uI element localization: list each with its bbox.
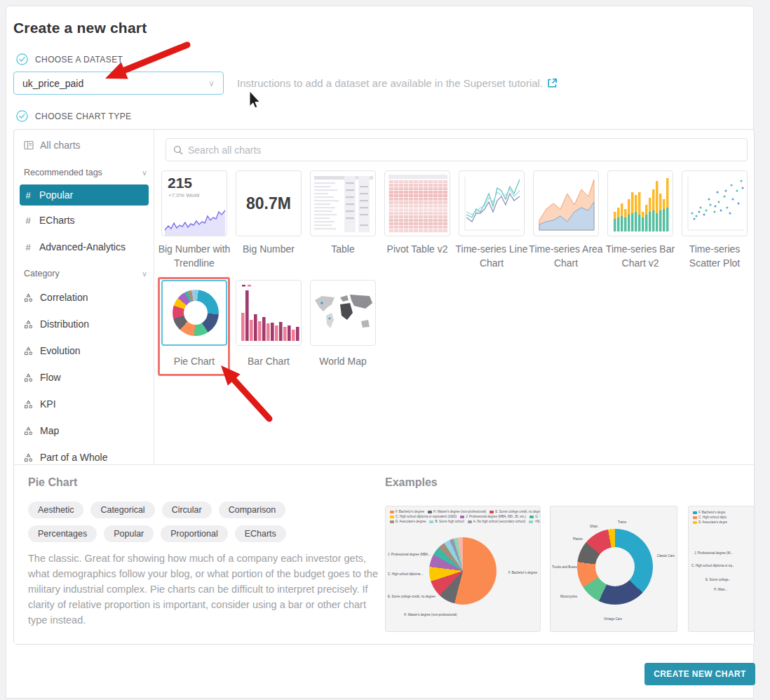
legend-chip xyxy=(390,520,394,523)
details-description: The classic. Great for showing how much … xyxy=(28,551,379,628)
dataset-step-header: CHOOSE A DATASET xyxy=(16,53,123,65)
search-icon xyxy=(173,145,183,155)
sidebar-section-recommended-tags[interactable]: Recommended tags ∨ xyxy=(24,168,147,177)
chart-card-world-map[interactable] xyxy=(310,280,376,346)
legend-chip xyxy=(489,511,494,513)
create-new-chart-button[interactable]: CREATE NEW CHART xyxy=(644,663,755,685)
legend-chip xyxy=(693,511,697,514)
donut-label: Classic Cars xyxy=(657,554,675,558)
category-icon xyxy=(24,453,33,462)
chart-card-ts-scatter[interactable] xyxy=(682,170,748,236)
chart-card-ts-area[interactable] xyxy=(533,170,599,236)
legend-chip xyxy=(460,516,464,518)
example-clipped-chart: F. Bachelor's degre C. High school diplo… xyxy=(688,506,754,632)
sidebar-item-part-of-a-whole[interactable]: Part of a Whole xyxy=(20,447,149,464)
sidebar-item-label: Popular xyxy=(39,189,73,201)
sidebar-item-echarts[interactable]: # ECharts xyxy=(20,210,149,231)
chart-type-step-label: CHOOSE CHART TYPE xyxy=(35,112,132,121)
sidebar-item-flow[interactable]: Flow xyxy=(20,367,149,388)
dataset-select[interactable]: uk_price_paid ∨ xyxy=(13,72,224,95)
legend-item: D. Associate's degre xyxy=(693,520,727,524)
chart-card-table[interactable] xyxy=(310,170,376,236)
legend-item: E. Some college credit, no degree xyxy=(489,510,541,513)
sidebar-item-label: ECharts xyxy=(39,215,75,226)
search-input[interactable] xyxy=(188,144,740,156)
chart-card-pie-chart[interactable] xyxy=(161,280,227,346)
tag-row: Percentages Popular Proportional ECharts xyxy=(28,525,286,542)
pivot-thumb xyxy=(389,180,447,233)
thumb-delta-value: +7.0% WoW xyxy=(168,192,200,198)
legend-item: D. Associate's degree xyxy=(390,520,426,523)
table-thumb xyxy=(311,171,376,236)
sidebar-item-map[interactable]: Map xyxy=(20,420,149,441)
pie-callout: H. Master's degree (non-professional) xyxy=(404,613,457,617)
sidebar-item-evolution[interactable]: Evolution xyxy=(20,340,149,361)
category-icon xyxy=(24,426,33,436)
chart-card-ts-bar[interactable] xyxy=(607,170,673,236)
section-label: Category xyxy=(24,269,60,278)
sidebar-item-label: Evolution xyxy=(40,345,81,356)
chart-card-big-number[interactable]: 80.7M xyxy=(236,170,302,236)
chart-type-step-header: CHOOSE CHART TYPE xyxy=(16,110,132,122)
dataset-step-label: CHOOSE A DATASET xyxy=(35,55,123,65)
category-icon xyxy=(24,373,33,382)
chart-card-label: World Map xyxy=(306,354,380,368)
chart-card-label: Bar Chart xyxy=(231,354,306,368)
chevron-down-icon: ∨ xyxy=(208,79,215,88)
page-title: Create a new chart xyxy=(13,20,147,36)
chart-card-label: Table xyxy=(306,242,380,256)
sidebar-item-advanced-analytics[interactable]: # Advanced-Analytics xyxy=(20,236,149,257)
chart-type-sidebar: All charts Recommended tags ∨ # Popular … xyxy=(14,130,154,464)
section-label: Recommended tags xyxy=(24,168,102,177)
donut-label: Motorcycles xyxy=(560,595,577,598)
sidebar-item-label: Distribution xyxy=(40,318,89,330)
sidebar-item-all-charts[interactable]: All charts xyxy=(24,140,81,151)
sidebar-item-kpi[interactable]: KPI xyxy=(20,393,149,415)
legend-chip xyxy=(428,511,432,513)
legend-item: A. No high school (secondary school) xyxy=(468,520,526,523)
legend-chip xyxy=(693,516,697,519)
dataset-select-value: uk_price_paid xyxy=(22,78,208,89)
chart-card-bar-chart[interactable] xyxy=(236,280,302,346)
example-pie xyxy=(429,537,497,605)
tag-pill: ECharts xyxy=(235,525,286,542)
scatter-plot-thumb xyxy=(682,171,748,236)
donut-label: Vintage Cars xyxy=(604,617,622,621)
legend-chip xyxy=(390,511,394,513)
sidebar-item-popular[interactable]: # Popular xyxy=(20,184,149,206)
chart-card-big-number-trendline[interactable]: 215 +7.0% WoW xyxy=(161,170,227,236)
examples-title: Examples xyxy=(385,476,438,489)
tag-pill: Categorical xyxy=(90,502,154,518)
legend-item: J. Professional degree (MBA, MD, JD, etc… xyxy=(460,515,526,518)
external-link-icon[interactable] xyxy=(547,78,558,88)
chart-card-label: Time-series Scatter Plot xyxy=(677,242,752,270)
sidebar-section-category[interactable]: Category ∨ xyxy=(24,269,147,278)
details-title: Pie Chart xyxy=(28,476,77,489)
legend-item: G. Trade, technical, or vocational train… xyxy=(529,515,541,518)
thumb-big-value: 215 xyxy=(168,175,192,191)
chart-card-label: Time-series Area Chart xyxy=(529,242,603,270)
sidebar-item-correlation[interactable]: Correlation xyxy=(20,287,149,308)
chart-card-label: Pie Chart xyxy=(157,354,231,368)
clipped-label: E. Some college... xyxy=(705,578,731,581)
tag-pill: Aesthetic xyxy=(28,502,83,518)
legend-chip xyxy=(529,516,534,518)
area-chart-thumb xyxy=(534,171,599,236)
hash-icon: # xyxy=(24,190,32,201)
clipped-label: J. Professional degree (M... xyxy=(694,551,733,555)
legend-item: C. High school diplo xyxy=(693,516,727,519)
legend-item: B. Some high school xyxy=(429,520,464,523)
legend-item: H. Master's degree (non-professional) xyxy=(428,510,486,513)
chart-card-pivot-table[interactable] xyxy=(384,170,450,236)
bar-chart-thumb xyxy=(236,281,302,346)
category-icon xyxy=(24,293,33,302)
bar-chart-v2-thumb xyxy=(608,171,673,236)
sidebar-item-distribution[interactable]: Distribution xyxy=(20,314,149,335)
check-circle-icon xyxy=(16,110,28,122)
category-icon xyxy=(24,400,33,409)
example-donut xyxy=(577,529,653,605)
chart-card-ts-line[interactable] xyxy=(459,170,525,236)
chart-card-label: Big Number with Trendline xyxy=(157,242,231,270)
sidebar-item-label: Flow xyxy=(40,372,61,383)
legend-item: <NULL> xyxy=(529,520,541,523)
